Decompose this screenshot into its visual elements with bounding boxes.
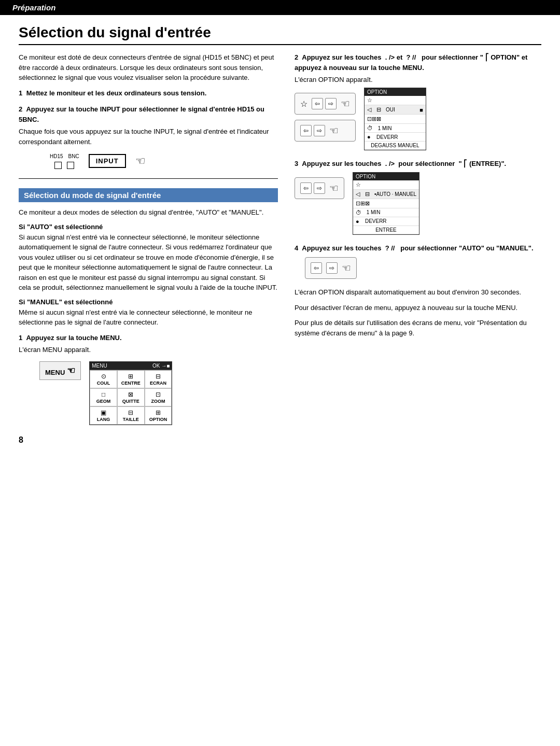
intro-text: Ce moniteur est doté de deux connecteurs… <box>19 52 278 83</box>
arrow-buttons-3: ⇦ ⇨ <box>300 182 325 194</box>
section-divider <box>19 178 278 179</box>
sub-intro: Ce moniteur a deux modes de sélection du… <box>19 207 278 218</box>
arrow-right-btn-3[interactable]: ⇨ <box>314 182 325 194</box>
touch-box-1: ☆ ⇦ ⇨ ☜ <box>295 93 356 115</box>
menu-diagram: MENU ☜ MENU OK →■ ⊙ COUL <box>39 361 278 425</box>
ecran-icon: ⊟ <box>156 373 161 380</box>
sub-step-1: 1 Appuyez sur la touche MENU. L'écran ME… <box>19 333 278 355</box>
step-2-title: 2 Appuyez sur la touche INPUT pour sélec… <box>19 104 278 124</box>
manuel-heading: Si "MANUEL" est sélectionné <box>19 298 278 306</box>
step3-diagram: ⇦ ⇨ ☜ OPTION ☆ ◁ <box>295 172 541 235</box>
auto-text: Si aucun signal n'est entré via le conne… <box>19 232 278 293</box>
arrow-left-btn-4[interactable]: ⇦ <box>311 262 322 274</box>
opt2-sun-icon: ☆ <box>356 181 363 188</box>
header-bar: Préparation <box>0 0 560 15</box>
arrow-buttons-2: ⇦ ⇨ <box>300 125 325 136</box>
right-step-2-body: L'écran OPTION apparaît. <box>295 76 541 83</box>
opt2-row-auto: ◁ ⊟ •AUTO · MANUEL <box>353 190 419 199</box>
closing-text-1: L'écran OPTION disparaît automatiquement… <box>295 287 541 298</box>
option-row-sun: ☆ <box>365 96 426 105</box>
oui-left-icon: ◁ <box>367 106 374 113</box>
bnc-label: BNC <box>68 153 79 160</box>
icons-row: ⊡⊞⊠ <box>367 116 374 122</box>
right-step-2-title: 2 Appuyez sur les touches . /> et ? // p… <box>295 52 541 73</box>
input-button[interactable]: INPUT <box>89 154 126 168</box>
arrow-left-btn-3[interactable]: ⇦ <box>300 182 312 194</box>
coul-icon: ⊙ <box>101 373 106 380</box>
lang-icon: ▣ <box>101 409 106 416</box>
option-row-degauss: DEGAUSS MANUEL <box>365 142 426 150</box>
hand-icon-2: ☜ <box>329 124 339 137</box>
step-1: 1 Mettez le moniteur et les deux ordinat… <box>19 88 278 98</box>
opt2-box-icon: ⊟ <box>365 191 372 198</box>
oui-box-icon: ⊟ <box>376 106 384 113</box>
arrow-right-btn-2[interactable]: ⇨ <box>314 125 325 136</box>
degauss-label: DEGAUSS MANUEL <box>367 143 423 148</box>
opt2-auto-label: •AUTO · MANUEL <box>374 191 416 197</box>
sub-step-1-title: 1 Appuyez sur la touche MENU. <box>19 333 278 343</box>
option-row-deverr: ● DEVERR <box>365 133 426 142</box>
connector-labels: HD15 BNC <box>50 153 79 160</box>
arrow-buttons-1: ⇦ ⇨ <box>312 98 337 109</box>
sub-section-title: Sélection du mode de signal d'entrée <box>19 188 278 202</box>
menu-cell-coul: ⊙ COUL <box>90 370 117 388</box>
hd15-square <box>54 162 62 169</box>
step-1-title: 1 Mettez le moniteur et les deux ordinat… <box>19 88 278 98</box>
zoom-icon: ⊡ <box>156 391 161 398</box>
dot-icon: ● <box>367 134 374 140</box>
menu-header-right: OK →■ <box>152 363 170 369</box>
step-2-body: Chaque fois que vous appuyez sur la touc… <box>19 126 278 147</box>
option-panel-2: OPTION ☆ ◁ ⊟ •AUTO · MANUEL ⊡⊞⊠ <box>353 172 419 235</box>
right-step-2: 2 Appuyez sur les touches . /> et ? // p… <box>295 52 541 150</box>
sub-step-1-body: L'écran MENU apparaît. <box>19 345 278 355</box>
step-2: 2 Appuyez sur la touche INPUT pour sélec… <box>19 104 278 147</box>
timer-icon: ⏱ <box>367 125 374 131</box>
option-icon: ⊞ <box>156 409 161 416</box>
option-panel-2-header: OPTION <box>353 173 419 180</box>
menu-header-left: MENU <box>92 363 107 369</box>
right-step-4-title: 4 Appuyez sur les touches ? // pour séle… <box>295 243 541 254</box>
option-row-icons: ⊡⊞⊠ <box>365 115 426 124</box>
menu-cell-zoom: ⊡ ZOOM <box>145 388 172 406</box>
arrow-right-btn-4[interactable]: ⇨ <box>326 262 338 274</box>
menu-hand-icon: ☜ <box>67 365 75 376</box>
arrow-left-btn-2[interactable]: ⇦ <box>300 125 312 136</box>
menu-button-label: MENU <box>45 369 65 376</box>
quitte-icon: ⊠ <box>128 391 133 398</box>
centre-icon: ⊞ <box>128 373 133 380</box>
main-title: Sélection du signal d'entrée <box>19 24 541 45</box>
menu-cell-quitte: ⊠ QUITTE <box>117 388 145 406</box>
step3-touch: ⇦ ⇨ ☜ <box>295 177 344 199</box>
1min-label: 1 MIN <box>376 125 423 131</box>
hand-icon-4: ☜ <box>342 262 351 274</box>
right-step-3-title: 3 Appuyez sur les touches . /> pour séle… <box>295 159 541 169</box>
menu-cell-ecran: ⊟ ECRAN <box>145 370 172 388</box>
menu-table-header: MENU OK →■ <box>90 362 172 370</box>
entree-label: ENTREE <box>356 227 416 233</box>
opt2-deverr-label: DEVERR <box>365 218 416 224</box>
opt2-row-deverr: ● DEVERR <box>353 217 419 226</box>
opt2-row-sun: ☆ <box>353 180 419 190</box>
touch-box-2: ⇦ ⇨ ☜ <box>295 120 356 142</box>
page-content: Sélection du signal d'entrée Ce moniteur… <box>0 24 560 466</box>
page-number: 8 <box>19 435 541 445</box>
closing-text-3: Pour plus de détails sur l'utilisation d… <box>295 318 541 338</box>
menu-table: MENU OK →■ ⊙ COUL ⊞ CENTRE <box>89 361 172 425</box>
touch-box-3: ⇦ ⇨ ☜ <box>295 177 344 199</box>
step2-touch-diagrams: ☆ ⇦ ⇨ ☜ ⇦ ⇨ ☜ <box>295 93 356 142</box>
taille-icon: ⊟ <box>128 409 133 416</box>
step2-diagram: ☆ ⇦ ⇨ ☜ ⇦ ⇨ ☜ <box>295 88 541 150</box>
header-label: Préparation <box>12 3 55 12</box>
closing-text-2: Pour désactiver l'écran de menu, appuyez… <box>295 303 541 313</box>
opt2-row-icons: ⊡⊞⊠ <box>353 199 419 208</box>
connector-squares <box>50 162 79 169</box>
menu-button-box[interactable]: MENU ☜ <box>39 361 81 380</box>
input-diagram: HD15 BNC INPUT ☜ <box>50 153 278 169</box>
opt2-row-1min: ⏱ 1 MIN <box>353 208 419 217</box>
arrow-right-btn-1[interactable]: ⇨ <box>325 98 337 109</box>
step-2-num: 2 <box>19 105 22 113</box>
right-step-3: 3 Appuyez sur les touches . /> pour séle… <box>295 159 541 235</box>
oui-label: OUI <box>386 107 417 112</box>
menu-table-grid: ⊙ COUL ⊞ CENTRE ⊟ ECRAN □ <box>90 370 172 425</box>
arrow-left-btn-1[interactable]: ⇦ <box>312 98 323 109</box>
